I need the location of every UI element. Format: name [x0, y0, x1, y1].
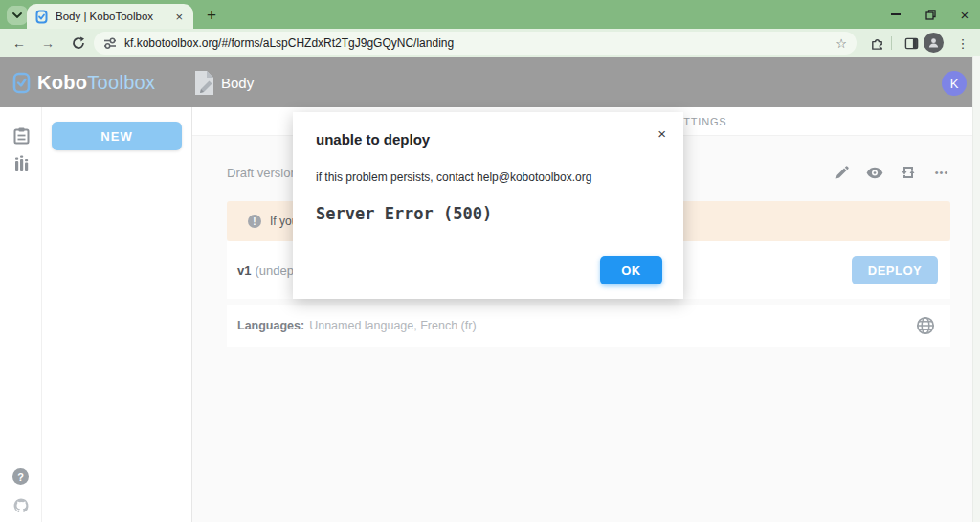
site-settings-icon: [103, 36, 117, 50]
tab-close-icon[interactable]: ×: [173, 10, 185, 24]
library-icon[interactable]: [12, 154, 31, 172]
github-icon[interactable]: [11, 496, 30, 514]
address-bar[interactable]: kf.kobotoolbox.org/#/forms/aLspCHZdxRt2T…: [94, 32, 857, 55]
form-title: Body: [221, 57, 254, 107]
server-error-text: Server Error (500): [316, 204, 492, 223]
icon-rail: ?: [0, 107, 42, 522]
account-avatar[interactable]: K: [942, 71, 967, 96]
dialog-title: unable to deploy: [316, 131, 430, 148]
back-button[interactable]: ←: [9, 33, 30, 54]
replace-form-icon[interactable]: [900, 164, 917, 181]
edit-pencil-icon[interactable]: [833, 164, 850, 181]
globe-icon[interactable]: [916, 316, 935, 335]
toolbar-divider: [891, 36, 892, 50]
extensions-button[interactable]: [866, 33, 887, 54]
minimize-icon: [891, 13, 901, 15]
brand-text-toolbox: Toolbox: [87, 72, 155, 94]
puzzle-icon: [870, 36, 884, 51]
profile-person-icon: [927, 36, 940, 49]
deploy-button[interactable]: DEPLOY: [852, 256, 938, 284]
kobotoolbox-favicon: [35, 10, 48, 24]
tab-search-button[interactable]: [7, 6, 28, 25]
page-scrollbar[interactable]: [972, 56, 980, 522]
draft-version-label: Draft version: [227, 166, 298, 180]
app-header: KoboToolbox Body K: [0, 57, 972, 107]
more-actions-icon[interactable]: •••: [933, 164, 950, 181]
help-icon[interactable]: ?: [12, 468, 29, 485]
kobo-logo-icon: [12, 72, 31, 94]
version-number: v1: [237, 263, 251, 278]
warning-icon: !: [248, 215, 261, 228]
projects-icon[interactable]: [12, 126, 31, 145]
chevron-down-icon: [12, 12, 22, 18]
preview-eye-icon[interactable]: [866, 164, 883, 181]
languages-row: Languages: Unnamed language, French (fr): [227, 305, 950, 347]
forward-button[interactable]: →: [37, 33, 58, 54]
browser-tabstrip: Body | KoboToolbox × + ×: [0, 0, 980, 29]
side-panel-icon: [904, 36, 919, 51]
browser-profile-avatar[interactable]: [924, 33, 944, 53]
restore-icon: [925, 10, 936, 20]
reload-button[interactable]: [68, 33, 89, 54]
languages-label: Languages:: [237, 319, 304, 332]
browser-menu-button[interactable]: ⋮: [953, 33, 972, 54]
dialog-close-icon[interactable]: ×: [657, 126, 666, 141]
new-form-button[interactable]: NEW: [52, 122, 182, 150]
new-tab-button[interactable]: +: [201, 5, 222, 26]
languages-value: Unnamed language, French (fr): [309, 319, 916, 332]
url-text[interactable]: kf.kobotoolbox.org/#/forms/aLspCHZdxRt2T…: [124, 36, 835, 50]
bookmark-star-icon[interactable]: ☆: [835, 36, 847, 51]
reload-icon: [72, 36, 85, 50]
browser-toolbar: ← → kf.kobotoolbox.org/#/forms/aLspCHZdx…: [0, 29, 980, 57]
browser-tab-active[interactable]: Body | KoboToolbox ×: [27, 4, 193, 29]
side-panel-button[interactable]: [901, 33, 922, 54]
kobotoolbox-logo[interactable]: KoboToolbox: [12, 57, 155, 107]
draft-actions: •••: [833, 164, 950, 181]
unable-to-deploy-dialog: unable to deploy × if this problem persi…: [293, 112, 683, 299]
forms-drawer: NEW: [42, 107, 192, 522]
window-restore-button[interactable]: [921, 6, 940, 23]
ok-button[interactable]: OK: [600, 256, 662, 284]
window-minimize-button[interactable]: [886, 6, 905, 23]
form-document-icon: [193, 70, 215, 100]
window-close-button[interactable]: ×: [955, 6, 974, 23]
brand-text-kobo: Kobo: [37, 72, 87, 94]
tab-title: Body | KoboToolbox: [56, 11, 173, 22]
dialog-message: if this problem persists, contact help@k…: [316, 170, 591, 184]
